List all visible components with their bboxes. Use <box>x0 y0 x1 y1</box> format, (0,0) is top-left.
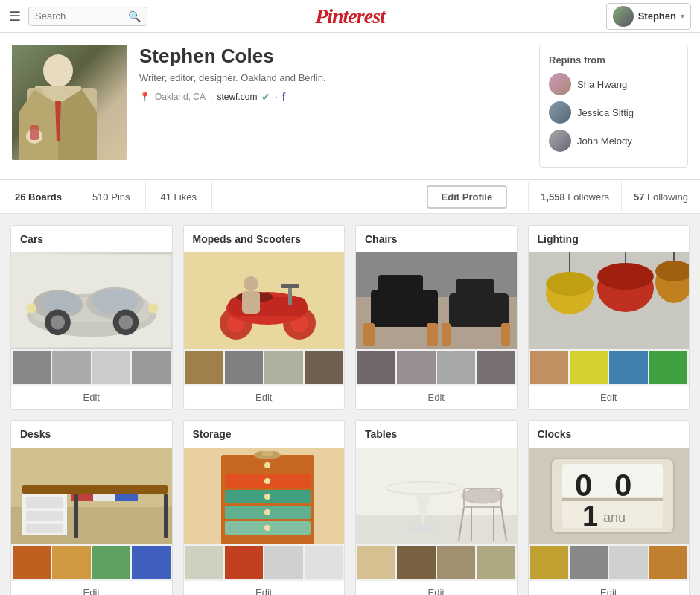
thumb <box>264 351 302 384</box>
thumb <box>530 546 568 579</box>
svg-rect-57 <box>22 485 168 494</box>
thumb <box>357 351 395 384</box>
edit-button-clocks[interactable]: Edit <box>529 580 690 595</box>
svg-rect-59 <box>26 497 63 508</box>
likes-count: 41 <box>161 191 171 203</box>
user-name: Stephen <box>638 10 676 22</box>
repin-user-2[interactable]: Jessica Sittig <box>549 101 678 124</box>
svg-point-20 <box>118 315 133 329</box>
profile-meta: 📍 Oakland, CA · stewf.com ✔ · f <box>139 91 527 103</box>
svg-text:1: 1 <box>582 500 598 532</box>
thumb <box>132 351 170 384</box>
profile-photo <box>12 45 127 160</box>
board-tables: Tables E <box>355 420 518 595</box>
svg-rect-30 <box>288 286 292 305</box>
fb-icon[interactable]: f <box>282 91 286 103</box>
repin-user-1[interactable]: Sha Hwang <box>549 73 678 95</box>
board-title-desks: Desks <box>11 421 172 448</box>
board-main-image-mopeds[interactable] <box>184 252 345 349</box>
repins-box: Repins from Sha Hwang Jessica Sittig Joh… <box>539 45 688 168</box>
thumb <box>305 546 343 579</box>
edit-button-lighting[interactable]: Edit <box>529 385 690 409</box>
svg-point-48 <box>546 272 594 296</box>
followers-count: 1,558 <box>541 191 565 203</box>
profile-bio: Writer, editor, designer. Oakland and Be… <box>139 72 527 83</box>
thumb <box>649 351 687 384</box>
svg-point-77 <box>264 509 270 515</box>
edit-button-desks[interactable]: Edit <box>11 580 172 595</box>
svg-rect-60 <box>26 511 63 521</box>
menu-icon[interactable]: ☰ <box>9 8 21 25</box>
board-main-image-chairs[interactable] <box>356 252 517 349</box>
board-main-image-clocks[interactable]: 0 0 1 anu <box>529 448 690 544</box>
board-main-image-storage[interactable] <box>184 448 345 544</box>
repin-user-3[interactable]: John Melody <box>549 130 678 152</box>
svg-point-18 <box>51 315 65 329</box>
svg-point-75 <box>264 478 270 484</box>
board-main-image-lighting[interactable] <box>529 252 690 349</box>
thumb <box>570 351 608 384</box>
edit-button-cars[interactable]: Edit <box>11 385 172 409</box>
svg-text:0: 0 <box>575 468 592 503</box>
svg-rect-65 <box>74 494 78 538</box>
svg-point-85 <box>408 526 438 533</box>
svg-point-84 <box>386 482 460 494</box>
thumb <box>357 546 395 579</box>
board-main-image-tables[interactable] <box>356 448 517 544</box>
edit-button-tables[interactable]: Edit <box>356 580 517 595</box>
thumb <box>437 546 475 579</box>
user-menu[interactable]: Stephen ▾ <box>606 3 691 30</box>
board-cars: Cars <box>10 225 173 410</box>
edit-button-storage[interactable]: Edit <box>184 580 345 595</box>
svg-rect-9 <box>30 125 39 140</box>
pins-count: 510 <box>92 191 109 203</box>
board-title-tables: Tables <box>356 421 517 448</box>
board-main-image-desks[interactable] <box>11 448 172 544</box>
repin-name-1: Sha Hwang <box>577 79 627 90</box>
board-title-clocks: Clocks <box>529 421 690 448</box>
thumb <box>609 546 647 579</box>
search-box[interactable]: 🔍 <box>28 7 147 26</box>
thumb <box>305 351 343 384</box>
edit-profile-button[interactable]: Edit Profile <box>427 185 508 209</box>
likes-tab[interactable]: 41 Likes <box>146 182 212 211</box>
thumb <box>225 351 263 384</box>
location-text: Oakland, CA <box>155 92 206 102</box>
svg-point-78 <box>264 525 270 531</box>
edit-button-mopeds[interactable]: Edit <box>184 385 345 409</box>
board-main-image-cars[interactable] <box>11 252 172 349</box>
thumb <box>52 546 90 579</box>
svg-rect-31 <box>281 284 299 288</box>
logo[interactable]: Pinterest <box>315 4 385 28</box>
profile-photo-svg <box>12 45 127 160</box>
profile-name: Stephen Coles <box>139 45 527 68</box>
svg-rect-43 <box>442 323 451 346</box>
avatar <box>613 6 634 27</box>
profile-section: Stephen Coles Writer, editor, designer. … <box>0 33 700 180</box>
pins-tab[interactable]: 510 Pins <box>77 182 146 211</box>
website-link[interactable]: stewf.com <box>217 92 257 102</box>
svg-point-1 <box>43 54 73 87</box>
board-thumbs-mopeds <box>184 349 345 385</box>
edit-button-chairs[interactable]: Edit <box>356 385 517 409</box>
boards-tab[interactable]: 26 Boards <box>0 182 77 211</box>
svg-point-33 <box>244 276 258 291</box>
thumb <box>397 351 435 384</box>
right-stats: 1,558 Followers 57 Following <box>528 182 700 211</box>
svg-rect-64 <box>115 494 138 501</box>
separator2: · <box>275 92 277 102</box>
stats-bar: 26 Boards 510 Pins 41 Likes Edit Profile… <box>0 180 700 214</box>
followers-stat[interactable]: 1,558 Followers <box>528 182 621 211</box>
board-thumbs-clocks <box>529 544 690 580</box>
thumb <box>609 351 647 384</box>
svg-rect-63 <box>93 494 115 501</box>
svg-rect-101 <box>562 498 663 501</box>
thumb <box>52 351 90 384</box>
repin-name-3: John Melody <box>577 136 632 147</box>
thumb <box>92 351 130 384</box>
board-thumbs-tables <box>356 544 517 580</box>
svg-rect-62 <box>71 494 93 501</box>
thumb <box>649 546 687 579</box>
search-input[interactable] <box>35 10 124 22</box>
following-stat[interactable]: 57 Following <box>621 182 700 211</box>
